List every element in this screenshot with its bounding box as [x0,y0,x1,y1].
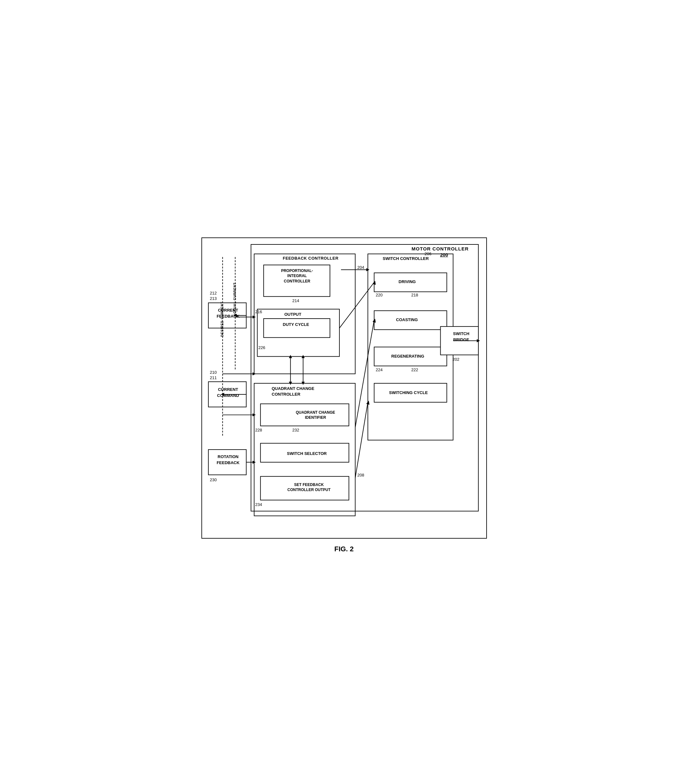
qci-ref228: 228 [255,428,262,432]
regen-num2: 222 [411,367,418,372]
actual-current-label: ACTUAL CURRENT [233,282,237,316]
driving-num2: 218 [411,293,418,297]
svg-line-40 [355,320,374,427]
svg-marker-35 [289,382,292,385]
motor-controller-label: MOTOR CONTROLLER [412,246,469,251]
svg-marker-45 [366,400,369,405]
page-wrapper: MOTOR CONTROLLER 200 FEEDBACK CONTROLLER… [201,231,487,553]
svg-marker-41 [372,318,376,323]
svg-marker-27 [252,372,256,376]
svg-line-46 [340,282,374,328]
svg-marker-36 [289,355,292,358]
ref-208: 208 [358,473,365,478]
pi-number: 214 [292,298,299,303]
coasting-label: COASTING [396,317,418,322]
rotation-feedback-label: ROTATION FEEDBACK [210,454,246,466]
driving-label: DRIVING [399,279,416,284]
quadrant-label: QUADRANT CHANGE CONTROLLER [272,386,314,397]
switching-cycle-label: SWITCHING CYCLE [389,390,428,395]
current-feedback-label: CURRENT FEEDBACK [210,307,246,320]
regenerating-label: REGENERATING [391,354,424,359]
sfco-label: SET FEEDBACK CONTROLLER OUTPUT [274,482,345,493]
svg-marker-21 [252,315,256,319]
switch-bridge-label: SWITCH BRIDGE [443,331,480,343]
ref-216: 216 [255,310,262,314]
feedback-controller-label: FEEDBACK CONTROLLER [283,256,339,260]
qci-label: QUADRANT CHANGE IDENTIFIER [274,410,357,421]
sfco-number: 234 [255,502,262,507]
diagram-container: MOTOR CONTROLLER 200 FEEDBACK CONTROLLER… [201,237,487,539]
current-command-label: CURRENT COMMAND [210,387,246,399]
svg-marker-29 [252,413,256,416]
rf-number: 230 [210,478,217,482]
regen-num1: 224 [376,367,383,372]
cf-number1: 213 [210,296,217,301]
svg-marker-31 [252,460,256,463]
switch-selector-label: SWITCH SELECTOR [287,451,327,456]
output-label: OUTPUT [285,312,301,317]
pi-controller-label: PROPORTIONAL- INTEGRAL CONTROLLER [267,268,327,284]
driving-num1: 220 [376,293,383,297]
svg-line-44 [355,402,368,478]
duty-cycle-label: DUTY CYCLE [283,322,309,327]
svg-rect-0 [251,244,478,511]
cc-number1: 211 [210,376,217,380]
switch-controller-label: SWITCH CONTROLLER [383,256,429,261]
svg-marker-38 [301,382,305,385]
figure-label: FIG. 2 [201,545,487,553]
cf-number2: 212 [210,291,217,295]
svg-marker-39 [301,355,305,358]
duty-cycle-number: 226 [259,345,266,350]
svg-rect-5 [254,383,355,516]
motor-controller-number: 200 [440,252,448,257]
svg-marker-33 [366,268,369,271]
desired-current-label: DESIRED CURRENT [221,301,224,337]
ref-204: 204 [358,265,365,270]
cc-number2: 210 [210,370,217,375]
switch-controller-number: 206 [425,251,432,256]
qci-ref232: 232 [292,428,299,432]
svg-rect-4 [264,318,330,337]
switch-bridge-number: 202 [453,357,460,362]
svg-marker-47 [372,280,376,285]
